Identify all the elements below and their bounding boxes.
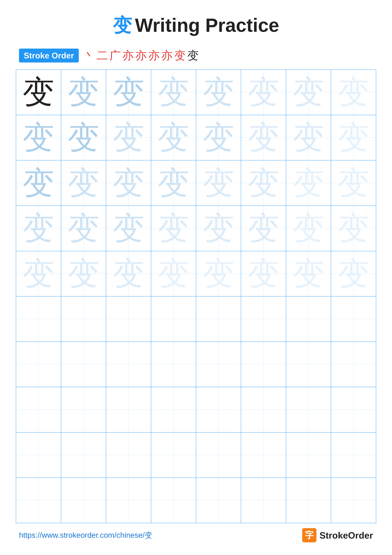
grid-cell-2-2[interactable]: 变 bbox=[61, 115, 106, 160]
grid-cell-7-2[interactable] bbox=[61, 342, 106, 387]
grid-cell-8-8[interactable] bbox=[331, 387, 376, 432]
grid-cell-4-5[interactable]: 变 bbox=[196, 206, 241, 251]
grid-cell-3-1[interactable]: 变 bbox=[16, 161, 61, 205]
grid-cell-6-6[interactable] bbox=[241, 297, 286, 342]
grid-cell-9-3[interactable] bbox=[106, 432, 151, 478]
grid-cell-1-3[interactable]: 变 bbox=[106, 70, 151, 115]
grid-cell-5-4[interactable]: 变 bbox=[151, 251, 196, 296]
stroke-1: 丶 bbox=[84, 48, 95, 63]
grid-cell-4-3[interactable]: 变 bbox=[106, 206, 151, 251]
grid-row-2[interactable]: 变 变 变 变 变 变 变 变 bbox=[16, 115, 376, 161]
grid-cell-8-5[interactable] bbox=[196, 387, 241, 432]
grid-cell-8-2[interactable] bbox=[61, 387, 106, 432]
grid-row-10[interactable] bbox=[16, 478, 376, 523]
grid-row-4[interactable]: 变 变 变 变 变 变 变 变 bbox=[16, 206, 376, 251]
grid-cell-9-6[interactable] bbox=[241, 432, 286, 478]
grid-cell-6-2[interactable] bbox=[61, 297, 106, 342]
grid-row-1[interactable]: 变 变 变 变 变 变 变 变 bbox=[16, 70, 376, 115]
grid-row-8[interactable] bbox=[16, 387, 376, 432]
grid-cell-2-6[interactable]: 变 bbox=[241, 115, 286, 160]
practice-char-light: 变 bbox=[241, 251, 286, 296]
grid-cell-6-5[interactable] bbox=[196, 297, 241, 342]
grid-cell-3-6[interactable]: 变 bbox=[241, 161, 286, 205]
grid-cell-5-5[interactable]: 变 bbox=[196, 251, 241, 296]
grid-cell-9-2[interactable] bbox=[61, 432, 106, 478]
grid-cell-5-3[interactable]: 变 bbox=[106, 251, 151, 296]
grid-cell-10-7[interactable] bbox=[286, 478, 331, 523]
grid-cell-2-3[interactable]: 变 bbox=[106, 115, 151, 160]
practice-char-light: 变 bbox=[286, 161, 331, 205]
grid-cell-1-4[interactable]: 变 bbox=[151, 70, 196, 115]
grid-cell-1-8[interactable]: 变 bbox=[331, 70, 376, 115]
grid-cell-7-4[interactable] bbox=[151, 342, 196, 387]
grid-cell-2-4[interactable]: 变 bbox=[151, 115, 196, 160]
grid-cell-9-1[interactable] bbox=[16, 432, 61, 478]
practice-char-light: 变 bbox=[151, 115, 196, 160]
grid-cell-9-5[interactable] bbox=[196, 432, 241, 478]
grid-cell-4-7[interactable]: 变 bbox=[286, 206, 331, 251]
grid-cell-10-4[interactable] bbox=[151, 478, 196, 523]
grid-cell-2-8[interactable]: 变 bbox=[331, 115, 376, 160]
grid-cell-6-4[interactable] bbox=[151, 297, 196, 342]
practice-char-light: 变 bbox=[151, 161, 196, 205]
grid-cell-7-1[interactable] bbox=[16, 342, 61, 387]
grid-cell-9-7[interactable] bbox=[286, 432, 331, 478]
grid-cell-8-6[interactable] bbox=[241, 387, 286, 432]
grid-cell-10-5[interactable] bbox=[196, 478, 241, 523]
grid-cell-5-1[interactable]: 变 bbox=[16, 251, 61, 296]
grid-cell-8-4[interactable] bbox=[151, 387, 196, 432]
grid-cell-9-8[interactable] bbox=[331, 432, 376, 478]
grid-cell-4-1[interactable]: 变 bbox=[16, 206, 61, 251]
grid-row-7[interactable] bbox=[16, 342, 376, 387]
grid-row-3[interactable]: 变 变 变 变 变 变 变 变 bbox=[16, 161, 376, 206]
grid-cell-6-1[interactable] bbox=[16, 297, 61, 342]
grid-cell-7-3[interactable] bbox=[106, 342, 151, 387]
grid-cell-3-2[interactable]: 变 bbox=[61, 161, 106, 205]
stroke-7: 亦 bbox=[161, 48, 173, 63]
grid-cell-1-6[interactable]: 变 bbox=[241, 70, 286, 115]
grid-cell-8-7[interactable] bbox=[286, 387, 331, 432]
grid-cell-10-3[interactable] bbox=[106, 478, 151, 523]
grid-row-9[interactable] bbox=[16, 432, 376, 478]
footer-url[interactable]: https://www.strokeorder.com/chinese/变 bbox=[19, 530, 152, 540]
grid-cell-7-6[interactable] bbox=[241, 342, 286, 387]
grid-cell-2-5[interactable]: 变 bbox=[196, 115, 241, 160]
grid-cell-3-4[interactable]: 变 bbox=[151, 161, 196, 205]
grid-cell-7-8[interactable] bbox=[331, 342, 376, 387]
grid-cell-5-6[interactable]: 变 bbox=[241, 251, 286, 296]
grid-cell-4-8[interactable]: 变 bbox=[331, 206, 376, 251]
grid-cell-3-5[interactable]: 变 bbox=[196, 161, 241, 205]
grid-cell-4-6[interactable]: 变 bbox=[241, 206, 286, 251]
grid-cell-10-2[interactable] bbox=[61, 478, 106, 523]
grid-cell-7-5[interactable] bbox=[196, 342, 241, 387]
grid-cell-8-3[interactable] bbox=[106, 387, 151, 432]
grid-cell-10-8[interactable] bbox=[331, 478, 376, 523]
grid-cell-3-8[interactable]: 变 bbox=[331, 161, 376, 205]
grid-cell-10-1[interactable] bbox=[16, 478, 61, 523]
grid-cell-10-6[interactable] bbox=[241, 478, 286, 523]
grid-cell-1-2[interactable]: 变 bbox=[61, 70, 106, 115]
grid-row-5[interactable]: 变 变 变 变 变 变 变 变 bbox=[16, 251, 376, 297]
grid-cell-5-2[interactable]: 变 bbox=[61, 251, 106, 296]
grid-cell-7-7[interactable] bbox=[286, 342, 331, 387]
grid-cell-3-3[interactable]: 变 bbox=[106, 161, 151, 205]
grid-cell-3-7[interactable]: 变 bbox=[286, 161, 331, 205]
grid-cell-6-8[interactable] bbox=[331, 297, 376, 342]
grid-cell-6-3[interactable] bbox=[106, 297, 151, 342]
practice-char-light: 变 bbox=[331, 70, 376, 115]
grid-cell-4-2[interactable]: 变 bbox=[61, 206, 106, 251]
grid-cell-2-1[interactable]: 变 bbox=[16, 115, 61, 160]
grid-cell-1-7[interactable]: 变 bbox=[286, 70, 331, 115]
grid-cell-2-7[interactable]: 变 bbox=[286, 115, 331, 160]
grid-cell-9-4[interactable] bbox=[151, 432, 196, 478]
grid-cell-5-7[interactable]: 变 bbox=[286, 251, 331, 296]
grid-row-6[interactable] bbox=[16, 297, 376, 342]
grid-cell-6-7[interactable] bbox=[286, 297, 331, 342]
grid-cell-5-8[interactable]: 变 bbox=[331, 251, 376, 296]
practice-grid[interactable]: 变 变 变 变 变 变 变 变 bbox=[16, 69, 376, 523]
grid-cell-1-1[interactable]: 变 bbox=[16, 70, 61, 115]
grid-cell-8-1[interactable] bbox=[16, 387, 61, 432]
grid-cell-1-5[interactable]: 变 bbox=[196, 70, 241, 115]
grid-cell-4-4[interactable]: 变 bbox=[151, 206, 196, 251]
stroke-9: 变 bbox=[187, 48, 199, 63]
